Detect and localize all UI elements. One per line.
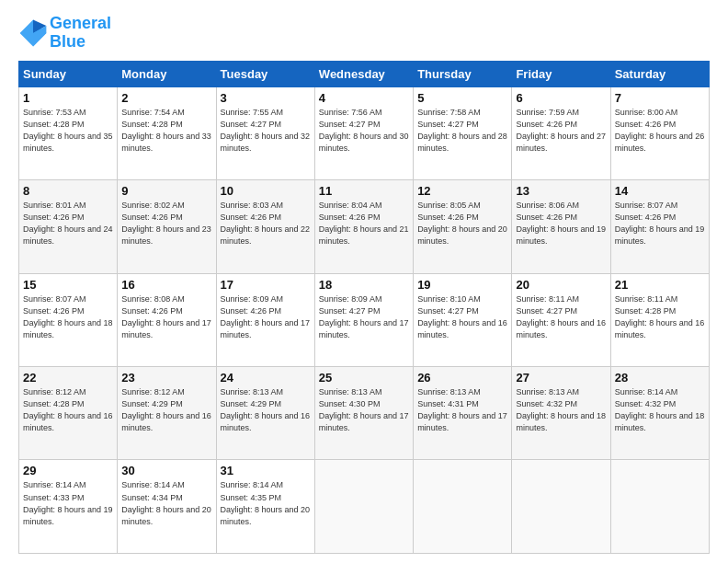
- logo-icon: [18, 18, 48, 48]
- day-number: 17: [221, 278, 311, 292]
- week-row-3: 22Sunrise: 8:12 AMSunset: 4:28 PMDayligh…: [19, 367, 710, 460]
- weekday-row: SundayMondayTuesdayWednesdayThursdayFrid…: [19, 61, 710, 86]
- day-info: Sunrise: 8:02 AMSunset: 4:26 PMDaylight:…: [121, 200, 211, 247]
- day-number: 6: [516, 91, 606, 105]
- day-info: Sunrise: 8:13 AMSunset: 4:31 PMDaylight:…: [417, 386, 507, 434]
- day-number: 4: [319, 91, 409, 105]
- day-info: Sunrise: 7:53 AMSunset: 4:28 PMDaylight:…: [23, 107, 113, 155]
- day-number: 14: [615, 184, 705, 198]
- logo-text: General Blue: [50, 15, 111, 52]
- day-info: Sunrise: 8:12 AMSunset: 4:28 PMDaylight:…: [23, 386, 113, 434]
- day-info: Sunrise: 8:05 AMSunset: 4:26 PMDaylight:…: [417, 200, 507, 247]
- weekday-saturday: Saturday: [610, 61, 709, 86]
- day-cell: 19Sunrise: 8:10 AMSunset: 4:27 PMDayligh…: [414, 273, 512, 366]
- day-cell: 28Sunrise: 8:14 AMSunset: 4:32 PMDayligh…: [610, 367, 709, 460]
- day-cell: 14Sunrise: 8:07 AMSunset: 4:26 PMDayligh…: [610, 180, 709, 273]
- day-info: Sunrise: 8:00 AMSunset: 4:26 PMDaylight:…: [615, 107, 705, 155]
- day-number: 2: [121, 91, 211, 105]
- header: General Blue: [18, 15, 710, 52]
- day-cell: 21Sunrise: 8:11 AMSunset: 4:28 PMDayligh…: [610, 273, 709, 366]
- day-cell: 4Sunrise: 7:56 AMSunset: 4:27 PMDaylight…: [314, 86, 413, 179]
- day-info: Sunrise: 8:06 AMSunset: 4:26 PMDaylight:…: [516, 200, 606, 247]
- day-number: 29: [23, 464, 113, 477]
- day-info: Sunrise: 8:14 AMSunset: 4:33 PMDaylight:…: [23, 479, 113, 527]
- day-info: Sunrise: 8:14 AMSunset: 4:34 PMDaylight:…: [121, 479, 211, 527]
- day-number: 18: [319, 278, 409, 292]
- day-cell: 23Sunrise: 8:12 AMSunset: 4:29 PMDayligh…: [118, 367, 216, 460]
- day-info: Sunrise: 7:55 AMSunset: 4:27 PMDaylight:…: [221, 107, 311, 155]
- weekday-tuesday: Tuesday: [216, 61, 314, 86]
- day-cell: 2Sunrise: 7:54 AMSunset: 4:28 PMDaylight…: [118, 86, 216, 179]
- day-info: Sunrise: 8:07 AMSunset: 4:26 PMDaylight:…: [23, 293, 113, 341]
- day-cell: [512, 460, 610, 554]
- day-cell: 17Sunrise: 8:09 AMSunset: 4:26 PMDayligh…: [216, 273, 314, 366]
- day-cell: 3Sunrise: 7:55 AMSunset: 4:27 PMDaylight…: [216, 86, 314, 179]
- day-cell: [610, 460, 709, 554]
- day-cell: 25Sunrise: 8:13 AMSunset: 4:30 PMDayligh…: [314, 367, 413, 460]
- day-info: Sunrise: 8:09 AMSunset: 4:27 PMDaylight:…: [319, 293, 409, 341]
- day-cell: 29Sunrise: 8:14 AMSunset: 4:33 PMDayligh…: [19, 460, 118, 554]
- week-row-2: 15Sunrise: 8:07 AMSunset: 4:26 PMDayligh…: [19, 273, 710, 366]
- day-info: Sunrise: 7:54 AMSunset: 4:28 PMDaylight:…: [121, 107, 211, 155]
- day-number: 25: [319, 371, 409, 385]
- day-number: 30: [121, 464, 211, 477]
- calendar-table: SundayMondayTuesdayWednesdayThursdayFrid…: [18, 61, 710, 554]
- day-cell: 30Sunrise: 8:14 AMSunset: 4:34 PMDayligh…: [118, 460, 216, 554]
- day-cell: 31Sunrise: 8:14 AMSunset: 4:35 PMDayligh…: [216, 460, 314, 554]
- day-number: 10: [221, 184, 311, 198]
- day-number: 16: [121, 278, 211, 292]
- day-cell: 16Sunrise: 8:08 AMSunset: 4:26 PMDayligh…: [118, 273, 216, 366]
- day-info: Sunrise: 8:04 AMSunset: 4:26 PMDaylight:…: [319, 200, 409, 247]
- day-cell: 22Sunrise: 8:12 AMSunset: 4:28 PMDayligh…: [19, 367, 118, 460]
- day-info: Sunrise: 7:56 AMSunset: 4:27 PMDaylight:…: [319, 107, 409, 155]
- day-cell: 6Sunrise: 7:59 AMSunset: 4:26 PMDaylight…: [512, 86, 610, 179]
- day-number: 8: [23, 184, 113, 198]
- day-number: 19: [417, 278, 507, 292]
- day-number: 13: [516, 184, 606, 198]
- day-number: 27: [516, 371, 606, 385]
- day-number: 31: [221, 464, 311, 477]
- day-cell: 1Sunrise: 7:53 AMSunset: 4:28 PMDaylight…: [19, 86, 118, 179]
- weekday-thursday: Thursday: [414, 61, 512, 86]
- day-number: 20: [516, 278, 606, 292]
- weekday-sunday: Sunday: [19, 61, 118, 86]
- weekday-friday: Friday: [512, 61, 610, 86]
- day-cell: [414, 460, 512, 554]
- day-cell: 27Sunrise: 8:13 AMSunset: 4:32 PMDayligh…: [512, 367, 610, 460]
- day-number: 3: [221, 91, 311, 105]
- weekday-wednesday: Wednesday: [314, 61, 413, 86]
- day-info: Sunrise: 8:11 AMSunset: 4:28 PMDaylight:…: [615, 293, 705, 341]
- logo-blue: Blue: [50, 32, 85, 51]
- day-number: 5: [417, 91, 507, 105]
- day-number: 7: [615, 91, 705, 105]
- week-row-1: 8Sunrise: 8:01 AMSunset: 4:26 PMDaylight…: [19, 180, 710, 273]
- day-number: 9: [121, 184, 211, 198]
- day-number: 28: [615, 371, 705, 385]
- day-info: Sunrise: 8:13 AMSunset: 4:30 PMDaylight:…: [319, 386, 409, 434]
- logo: General Blue: [18, 15, 111, 52]
- day-cell: 9Sunrise: 8:02 AMSunset: 4:26 PMDaylight…: [118, 180, 216, 273]
- day-info: Sunrise: 8:13 AMSunset: 4:29 PMDaylight:…: [221, 386, 311, 434]
- day-info: Sunrise: 8:11 AMSunset: 4:27 PMDaylight:…: [516, 293, 606, 341]
- day-number: 22: [23, 371, 113, 385]
- week-row-4: 29Sunrise: 8:14 AMSunset: 4:33 PMDayligh…: [19, 460, 710, 554]
- day-number: 24: [221, 371, 311, 385]
- day-number: 1: [23, 91, 113, 105]
- day-info: Sunrise: 8:12 AMSunset: 4:29 PMDaylight:…: [121, 386, 211, 434]
- day-info: Sunrise: 8:14 AMSunset: 4:35 PMDaylight:…: [221, 479, 311, 527]
- day-info: Sunrise: 8:14 AMSunset: 4:32 PMDaylight:…: [615, 386, 705, 434]
- day-cell: 15Sunrise: 8:07 AMSunset: 4:26 PMDayligh…: [19, 273, 118, 366]
- day-cell: 5Sunrise: 7:58 AMSunset: 4:27 PMDaylight…: [414, 86, 512, 179]
- day-number: 12: [417, 184, 507, 198]
- day-info: Sunrise: 7:59 AMSunset: 4:26 PMDaylight:…: [516, 107, 606, 155]
- day-cell: 7Sunrise: 8:00 AMSunset: 4:26 PMDaylight…: [610, 86, 709, 179]
- day-cell: 13Sunrise: 8:06 AMSunset: 4:26 PMDayligh…: [512, 180, 610, 273]
- day-info: Sunrise: 7:58 AMSunset: 4:27 PMDaylight:…: [417, 107, 507, 155]
- day-number: 21: [615, 278, 705, 292]
- day-number: 11: [319, 184, 409, 198]
- day-cell: [314, 460, 413, 554]
- day-cell: 18Sunrise: 8:09 AMSunset: 4:27 PMDayligh…: [314, 273, 413, 366]
- day-cell: 10Sunrise: 8:03 AMSunset: 4:26 PMDayligh…: [216, 180, 314, 273]
- logo-general: General: [50, 14, 111, 32]
- day-number: 26: [417, 371, 507, 385]
